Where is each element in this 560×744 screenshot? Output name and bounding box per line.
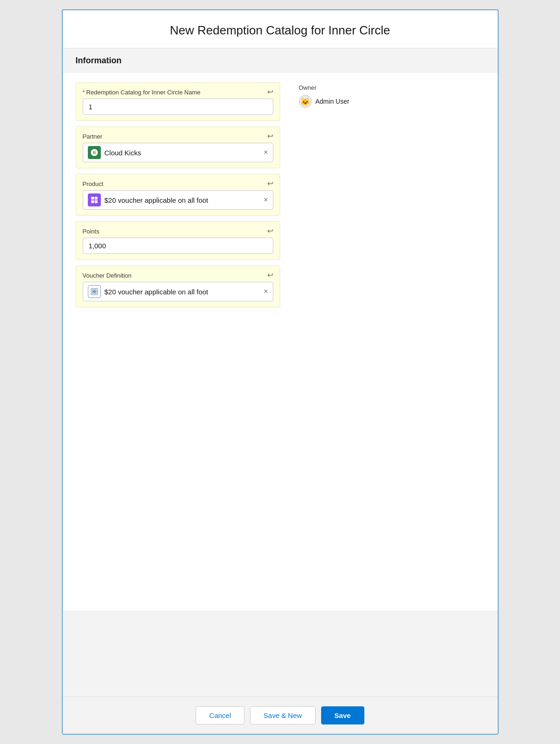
partner-icon [88, 146, 101, 159]
name-undo-icon[interactable]: ↩ [267, 88, 273, 96]
form-spacer [63, 332, 498, 611]
points-undo-icon[interactable]: ↩ [267, 227, 273, 235]
product-undo-icon[interactable]: ↩ [267, 180, 273, 187]
required-indicator: * [83, 89, 85, 96]
voucher-definition-field-group: Voucher Definition ↩ [76, 266, 280, 307]
product-label-text: Product [83, 180, 104, 187]
form-area: *Redemption Catalog for Inner Circle Nam… [63, 73, 498, 332]
voucher-definition-undo-icon[interactable]: ↩ [267, 272, 273, 279]
owner-name: Admin User [316, 98, 349, 105]
modal-body: Information *Redemption Catalog for Inne… [63, 48, 498, 697]
modal-footer: Cancel Save & New Save [63, 697, 498, 734]
name-label-text: *Redemption Catalog for Inner Circle Nam… [83, 89, 201, 96]
svg-rect-5 [92, 290, 94, 291]
voucher-definition-value: $20 voucher applicable on all foot [105, 288, 260, 296]
voucher-definition-field-label: Voucher Definition ↩ [83, 272, 273, 279]
product-icon [88, 193, 101, 206]
owner-label: Owner [299, 84, 485, 91]
right-column: Owner 🐱 Admin User [299, 82, 485, 313]
voucher-definition-lookup-field[interactable]: $20 voucher applicable on all foot × [83, 282, 273, 301]
svg-rect-8 [94, 292, 96, 293]
svg-rect-4 [91, 288, 98, 295]
svg-rect-2 [91, 200, 94, 203]
svg-rect-7 [92, 292, 94, 293]
product-value: $20 voucher applicable on all foot [105, 196, 260, 204]
svg-rect-6 [94, 290, 96, 291]
save-new-button[interactable]: Save & New [250, 706, 316, 724]
section-header: Information [63, 48, 498, 73]
points-field-group: Points ↩ [76, 221, 280, 260]
product-field-label: Product ↩ [83, 180, 273, 187]
left-column: *Redemption Catalog for Inner Circle Nam… [76, 82, 280, 313]
voucher-definition-icon [88, 285, 101, 298]
product-clear-icon[interactable]: × [264, 196, 268, 204]
voucher-definition-label-text: Voucher Definition [83, 272, 132, 279]
voucher-definition-clear-icon[interactable]: × [264, 287, 268, 296]
partner-value: Cloud Kicks [105, 149, 260, 157]
partner-label-text: Partner [83, 133, 103, 140]
product-lookup-field[interactable]: $20 voucher applicable on all foot × [83, 190, 273, 210]
modal-dialog: New Redemption Catalog for Inner Circle … [62, 9, 499, 735]
modal-header: New Redemption Catalog for Inner Circle [63, 10, 498, 48]
partner-field-group: Partner ↩ Cloud Kicks × [76, 126, 280, 168]
name-input[interactable] [83, 99, 273, 115]
save-button[interactable]: Save [321, 706, 364, 724]
product-field-group: Product ↩ $20 voucher applicab [76, 174, 280, 216]
name-field-label: *Redemption Catalog for Inner Circle Nam… [83, 88, 273, 96]
name-field-group: *Redemption Catalog for Inner Circle Nam… [76, 82, 280, 121]
modal-title: New Redemption Catalog for Inner Circle [81, 23, 479, 38]
points-field-label: Points ↩ [83, 227, 273, 235]
svg-rect-3 [94, 200, 97, 203]
cancel-button[interactable]: Cancel [196, 706, 244, 724]
points-label-text: Points [83, 228, 99, 235]
partner-undo-icon[interactable]: ↩ [267, 133, 273, 140]
svg-rect-1 [94, 197, 97, 199]
section-title: Information [76, 56, 485, 66]
owner-avatar: 🐱 [299, 95, 312, 108]
partner-lookup-field[interactable]: Cloud Kicks × [83, 143, 273, 162]
owner-value: 🐱 Admin User [299, 95, 485, 108]
partner-field-label: Partner ↩ [83, 133, 273, 140]
partner-clear-icon[interactable]: × [264, 148, 268, 157]
owner-section: Owner 🐱 Admin User [299, 84, 485, 108]
points-input[interactable] [83, 238, 273, 254]
svg-rect-0 [91, 197, 94, 199]
